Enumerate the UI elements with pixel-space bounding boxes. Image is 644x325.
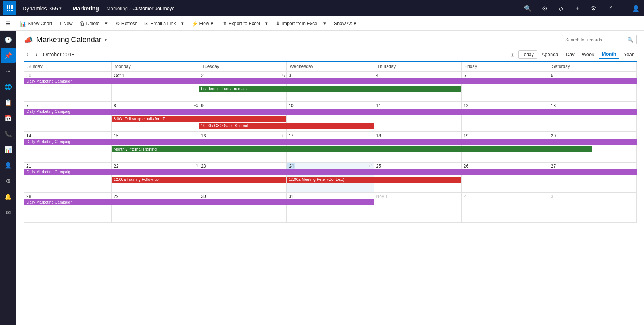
sidebar-item-phone[interactable]: 📞 xyxy=(1,126,16,141)
day-oct12[interactable]: 12 xyxy=(462,102,549,132)
calendar-view-buttons: ⊞ Today Agenda Day Week Month Year xyxy=(510,50,637,59)
refresh-button[interactable]: ↻ Refresh xyxy=(112,19,141,28)
export-excel-button[interactable]: ⬆ Export to Excel xyxy=(220,19,263,28)
user-icon[interactable]: 👤 xyxy=(631,3,641,13)
email-link-button[interactable]: ✉ Email a Link xyxy=(141,19,179,28)
day-oct9[interactable]: 9 xyxy=(199,102,287,132)
import-excel-button[interactable]: ⬇ Import from Excel xyxy=(273,19,321,28)
grid-view-icon[interactable]: ⊞ xyxy=(510,52,515,58)
new-button[interactable]: + New xyxy=(56,19,75,28)
day-oct21[interactable]: 21 xyxy=(24,162,112,192)
calendar-header-row: Sunday Monday Tuesday Wednesday Thursday… xyxy=(24,62,637,71)
day-oct24[interactable]: 24+1 xyxy=(287,162,374,192)
extra-oct24: +1 xyxy=(369,164,373,168)
export-dropdown[interactable]: ▾ xyxy=(264,19,269,28)
sidebar-item-more[interactable]: ••• xyxy=(1,64,16,78)
email-link-dropdown[interactable]: ▾ xyxy=(180,19,185,28)
show-as-button[interactable]: Show As ▾ xyxy=(331,19,359,28)
sidebar-item-notification[interactable]: 🔔 xyxy=(1,189,16,204)
sidebar-item-clipboard[interactable]: 📋 xyxy=(1,95,16,110)
view-year-button[interactable]: Year xyxy=(621,50,637,59)
day-oct28[interactable]: 28 xyxy=(24,193,112,223)
show-chart-button[interactable]: 📊 Show Chart xyxy=(17,19,55,28)
hamburger-menu[interactable]: ☰ xyxy=(3,19,13,28)
toolbar-separator xyxy=(15,19,15,28)
sidebar-item-mail[interactable]: ✉ xyxy=(1,205,16,220)
day-nov1[interactable]: Nov 1 xyxy=(374,193,462,223)
day-sep30[interactable]: 30 xyxy=(24,72,112,102)
sidebar-item-globe[interactable]: 🌐 xyxy=(1,79,16,94)
day-oct31[interactable]: 31 xyxy=(287,193,374,223)
chart-icon: 📊 xyxy=(20,21,26,27)
sidebar-item-person[interactable]: 👤 xyxy=(1,158,16,173)
page-title-area: 📣 Marketing Calendar ▾ xyxy=(24,35,107,44)
today-button[interactable]: Today xyxy=(518,50,537,59)
help-icon[interactable]: ◇ xyxy=(555,3,566,13)
prev-month-button[interactable]: ‹ xyxy=(24,50,30,59)
view-month-button[interactable]: Month xyxy=(599,50,619,59)
day-oct26[interactable]: 26 xyxy=(462,162,549,192)
delete-button[interactable]: 🗑 Delete xyxy=(77,19,103,28)
day-oct19[interactable]: 19 xyxy=(462,132,549,162)
next-month-button[interactable]: › xyxy=(33,50,40,59)
view-agenda-button[interactable]: Agenda xyxy=(539,50,561,59)
gear-icon[interactable]: ⚙ xyxy=(588,3,599,13)
app-grid-button[interactable] xyxy=(3,1,16,15)
day-oct29[interactable]: 29 xyxy=(112,193,199,223)
day-oct13[interactable]: 13 xyxy=(549,102,637,132)
day-oct8[interactable]: 8+1 xyxy=(112,102,199,132)
day-nov3[interactable]: 3 xyxy=(549,193,637,223)
breadcrumb-marketing[interactable]: Marketing xyxy=(106,6,128,11)
page-title-dropdown[interactable]: ▾ xyxy=(105,37,107,43)
new-icon: + xyxy=(59,21,62,27)
day-oct10[interactable]: 10 xyxy=(287,102,374,132)
day-oct30[interactable]: 30 xyxy=(199,193,287,223)
add-icon[interactable]: + xyxy=(572,3,582,13)
sidebar-item-settings[interactable]: ⚙ xyxy=(1,173,16,188)
sidebar-item-pinned[interactable]: 📌 xyxy=(1,48,16,63)
day-nov2[interactable]: 2 xyxy=(462,193,549,223)
day-oct23[interactable]: 23 xyxy=(199,162,287,192)
settings-icon[interactable]: ⊙ xyxy=(539,3,549,13)
day-oct25[interactable]: 25 xyxy=(374,162,462,192)
search-nav-icon[interactable]: 🔍 xyxy=(523,3,533,13)
toolbar-separator-2 xyxy=(111,19,111,28)
sidebar-item-report[interactable]: 📊 xyxy=(1,142,16,157)
day-oct1[interactable]: Oct 1 xyxy=(112,72,199,102)
search-box[interactable]: 🔍 xyxy=(562,35,637,44)
search-input[interactable] xyxy=(565,37,625,43)
day-oct14[interactable]: 14 xyxy=(24,132,112,162)
page-icon: 📣 xyxy=(24,35,33,44)
day-oct18[interactable]: 18 xyxy=(374,132,462,162)
day-oct15[interactable]: 15 xyxy=(112,132,199,162)
toolbar: ☰ 📊 Show Chart + New 🗑 Delete ▾ ↻ Refres… xyxy=(0,16,644,31)
extra-oct8: +1 xyxy=(194,103,198,108)
day-oct7[interactable]: 7 xyxy=(24,102,112,132)
delete-dropdown[interactable]: ▾ xyxy=(103,19,109,28)
day-oct27[interactable]: 27 xyxy=(549,162,637,192)
day-oct17[interactable]: 17 xyxy=(287,132,374,162)
day-oct5[interactable]: 5 xyxy=(462,72,549,102)
main-layout: 🕐 📌 ••• 🌐 📋 📅 📞 📊 👤 ⚙ 🔔 ✉ 📣 Marketing Ca… xyxy=(0,31,644,325)
day-oct6[interactable]: 6 xyxy=(549,72,637,102)
view-week-button[interactable]: Week xyxy=(579,50,597,59)
calendar-week-3: 14 15 16+2 17 18 19 20 Daily Marketing C… xyxy=(24,132,637,162)
toolbar-separator-6 xyxy=(329,19,329,28)
import-dropdown[interactable]: ▾ xyxy=(322,19,328,28)
day-oct22[interactable]: 22+1 xyxy=(112,162,199,192)
day-oct20[interactable]: 20 xyxy=(549,132,637,162)
search-icon: 🔍 xyxy=(627,37,633,43)
dynamics-365-label[interactable]: Dynamics 365 ▾ xyxy=(19,5,65,12)
view-day-button[interactable]: Day xyxy=(563,50,578,59)
question-icon[interactable]: ? xyxy=(605,3,615,13)
day-oct11[interactable]: 11 xyxy=(374,102,462,132)
sidebar-item-recent[interactable]: 🕐 xyxy=(1,32,16,47)
day-oct16[interactable]: 16+2 xyxy=(199,132,287,162)
email-link-icon: ✉ xyxy=(144,21,149,27)
flow-button[interactable]: ⚡ Flow ▾ xyxy=(189,19,216,28)
day-oct3[interactable]: 3 xyxy=(287,72,374,102)
sidebar-item-calendar[interactable]: 📅 xyxy=(1,111,16,126)
module-name: Marketing xyxy=(68,5,103,12)
day-oct4[interactable]: 4 xyxy=(374,72,462,102)
day-oct2[interactable]: 2+2 xyxy=(199,72,287,102)
